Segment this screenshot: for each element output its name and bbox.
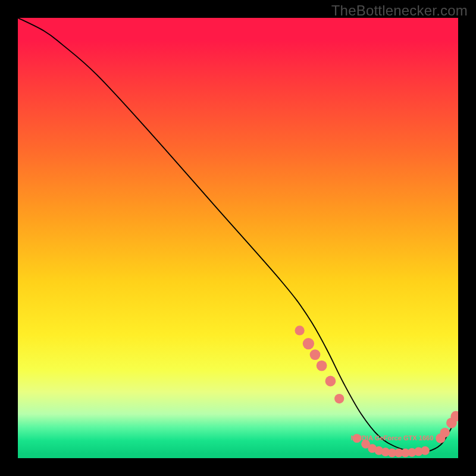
chart-frame: TheBottlenecker.com NVIDIA GeForce GTX 1…: [0, 0, 476, 476]
data-marker: [310, 349, 321, 360]
plot-area: NVIDIA GeForce GTX 1660: [18, 18, 458, 458]
data-marker: [303, 338, 314, 349]
data-marker: [295, 325, 304, 335]
chart-svg: NVIDIA GeForce GTX 1660: [18, 18, 458, 458]
data-marker: [440, 428, 450, 437]
data-marker: [334, 394, 344, 403]
bottleneck-curve: [18, 18, 458, 452]
data-marker: [421, 446, 430, 455]
data-marker: [325, 376, 336, 387]
data-marker: [317, 361, 327, 371]
chart-annotation: NVIDIA GeForce GTX 1660: [351, 434, 434, 441]
watermark-text: TheBottlenecker.com: [331, 2, 468, 19]
